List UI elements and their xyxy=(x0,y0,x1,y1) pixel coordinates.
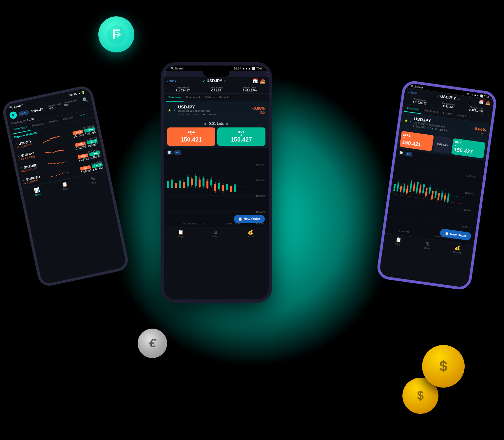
right-signal: ▲▲ xyxy=(474,93,479,97)
center-new-order-btn[interactable]: 📋 New Order xyxy=(234,215,265,223)
left-signal-icon: ▲ xyxy=(77,91,81,95)
center-pair-lh: L: 150.342 S: 0.6 H: 150.546 xyxy=(178,113,216,116)
center-change-pts: -9.5 xyxy=(252,111,265,114)
center-lot-display: 0.01 Lots xyxy=(209,122,223,125)
center-pair-title: USDJPY xyxy=(178,105,216,109)
center-trade-section: ◀ 0.01 Lots ▶ SELL ▼ 150.421 BUY ▲ 150.4… xyxy=(164,119,269,148)
center-timeframe[interactable]: H1 xyxy=(174,150,181,155)
left-fm-val: € 0.00 xyxy=(26,118,34,122)
right-sell-btn[interactable]: SELL ▼ 150.421 xyxy=(399,131,434,151)
center-signal: ▲▲▲ xyxy=(242,67,251,70)
chart-eurjpy xyxy=(45,144,65,156)
center-bottom-nav: 📋 Copy ⊞ Blotter 💰 Deposit xyxy=(164,227,269,239)
center-tabs: Overview Positions ℹ Orders Price Al... … xyxy=(164,94,269,102)
center-calendar-icon[interactable]: 📅 xyxy=(252,78,258,84)
svg-text:150.200: 150.200 xyxy=(256,195,265,198)
center-coin: € xyxy=(138,329,167,358)
gold-coin-1: $ xyxy=(422,345,465,388)
logo-bubble xyxy=(98,16,134,52)
logo-icon xyxy=(107,25,126,44)
left-logo: F xyxy=(9,111,17,119)
left-demo-badge: Demo xyxy=(18,110,29,116)
center-share-icon[interactable]: 📤 xyxy=(260,78,265,84)
center-tab-positions[interactable]: Positions ℹ xyxy=(184,94,203,102)
right-timeframe[interactable]: H1 xyxy=(405,152,413,157)
svg-rect-80 xyxy=(425,188,428,196)
center-notch xyxy=(203,71,229,77)
svg-text:150.400: 150.400 xyxy=(465,191,473,195)
center-pair-name: USDJPY xyxy=(206,79,222,83)
right-nav-blotter[interactable]: ⊞ Blotter xyxy=(423,240,431,250)
center-chart: 📊 H1 150.600 150.400 150.200 150.000 149… xyxy=(164,148,269,227)
left-nav-blotter[interactable]: ⊞ Blotter xyxy=(89,175,97,184)
svg-text:150.000: 150.000 xyxy=(256,210,265,213)
center-battery: ⬜ 70% xyxy=(252,67,262,70)
left-phone: 🔍 Search 16:14 ▲ 🔋 F Demo 4084330 Margin… xyxy=(1,84,130,288)
center-nav-deposit[interactable]: 💰 Deposit xyxy=(247,229,255,238)
center-tab-overview[interactable]: Overview xyxy=(166,94,184,102)
svg-text:150.200: 150.200 xyxy=(462,208,471,212)
right-back-btn[interactable]: ‹ Back xyxy=(408,90,417,95)
gold-coin-1-symbol: $ xyxy=(439,358,447,374)
svg-text:150.600: 150.600 xyxy=(467,175,476,178)
center-change-pct: -0.06% xyxy=(252,106,265,111)
center-nav-copy[interactable]: 📋 Copy xyxy=(178,229,184,238)
right-icon1[interactable]: 📅 xyxy=(479,100,484,105)
right-time: 16:14 xyxy=(466,92,473,96)
left-account-num: 4084330 xyxy=(30,107,43,113)
chart-gbpusd xyxy=(48,156,68,167)
left-nav-trade[interactable]: 📊 Trade xyxy=(33,187,41,196)
center-buy-btn[interactable]: BUY ▲ 150.427 xyxy=(217,127,265,146)
center-nav-blotter[interactable]: ⊞ Blotter xyxy=(212,229,219,238)
svg-text:01 Mar 2024: 01 Mar 2024 xyxy=(398,230,409,233)
right-candlestick: 150.600 150.400 150.200 150.000 xyxy=(385,148,486,245)
center-sell-btn[interactable]: SELL ▼ 150.421 xyxy=(167,127,215,146)
right-pair-name: USDJPY xyxy=(440,94,456,101)
svg-text:01 Mar 2024, UTC+0: 01 Mar 2024, UTC+0 xyxy=(184,222,205,225)
gold-coin-2-symbol: $ xyxy=(417,389,424,403)
right-lot: 0.01 Lots xyxy=(433,136,452,154)
center-back-header: ‹ Back ✓ USDJPY ∨ 📅 📤 xyxy=(164,77,269,85)
svg-rect-78 xyxy=(422,184,425,193)
center-margin-row: Free Margin € 1 034.17 Margin Used € 31.… xyxy=(164,85,269,94)
center-coin-symbol: € xyxy=(149,336,156,350)
left-nav-copy[interactable]: 📋 Copy xyxy=(62,181,69,190)
center-back-btn[interactable]: ‹ Back xyxy=(167,79,176,83)
right-icon2[interactable]: 📤 xyxy=(485,100,491,105)
chart-eurusd xyxy=(50,168,70,180)
svg-rect-62 xyxy=(397,183,399,191)
svg-rect-84 xyxy=(431,191,434,199)
right-phone: 🔍 Search 16:14 ▲▲ ⬜ 70% ‹ Back ✓ USDJPY … xyxy=(376,80,498,291)
center-pair-sub: US Dollar vs Japanese Yen xyxy=(178,109,216,112)
center-tab-orders[interactable]: Orders xyxy=(203,94,217,102)
right-buy-btn[interactable]: BUY ▲ 150.427 xyxy=(451,138,485,159)
svg-text:150.400: 150.400 xyxy=(256,179,265,182)
chart-overlay-info: 📊 H1 xyxy=(166,150,181,155)
center-phone: 🔍 Search 16:14 ▲▲▲ ⬜ 70% ‹ Back ✓ USDJPY… xyxy=(161,62,272,303)
chart-usdjpy xyxy=(42,133,63,144)
svg-rect-90 xyxy=(441,192,443,200)
right-nav-deposit[interactable]: 💰 Deposit xyxy=(453,245,462,254)
left-battery-icon: 🔋 xyxy=(81,90,86,94)
right-chart: 📊 H1 150.600 150.400 150.200 150.000 xyxy=(385,148,486,245)
center-pair-card: ★ ✓ USDJPY US Dollar vs Japanese Yen L: … xyxy=(164,102,269,119)
center-tab-alerts[interactable]: Price Al... › xyxy=(217,94,236,102)
svg-text:150.000: 150.000 xyxy=(460,225,469,228)
center-time: 16:14 xyxy=(234,67,241,70)
right-nav-copy[interactable]: 📋 Copy xyxy=(395,237,401,245)
center-search: 🔍 Search xyxy=(170,67,184,70)
svg-text:150.600: 150.600 xyxy=(256,163,265,166)
svg-rect-68 xyxy=(406,186,409,193)
